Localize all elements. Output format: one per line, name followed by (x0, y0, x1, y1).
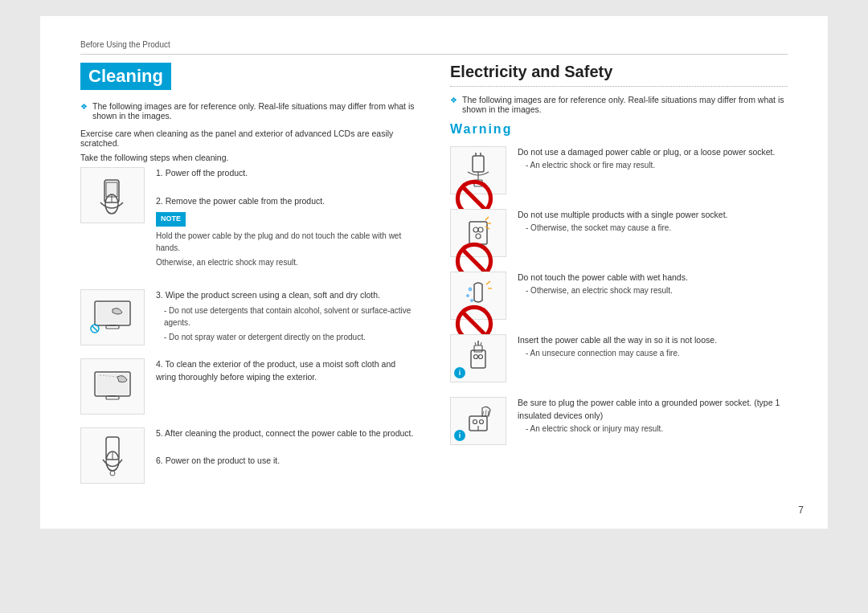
warning-4-text: Insert the power cable all the way in so… (518, 334, 717, 347)
svg-point-34 (469, 288, 472, 291)
breadcrumb: Before Using the Product (80, 40, 788, 55)
warning-5-sub: - An electric shock or injury may result… (518, 423, 788, 435)
step-5-6-image (80, 427, 145, 484)
svg-rect-5 (96, 303, 129, 324)
step6-text: 6. Power on the product to use it. (156, 455, 413, 468)
step2-text: 2. Remove the power cable from the produ… (156, 195, 418, 208)
svg-line-40 (463, 313, 485, 334)
svg-point-26 (473, 227, 478, 232)
warning-4-image: i (450, 334, 506, 382)
warning-1-sub: - An electric shock or fire may result. (518, 159, 775, 171)
svg-line-53 (485, 410, 486, 416)
step-3-image (80, 289, 145, 345)
svg-point-27 (478, 227, 483, 232)
svg-line-9 (92, 326, 97, 331)
electricity-title: Electricity and Safety (450, 63, 788, 87)
step5-text: 5. After cleaning the product, connect t… (156, 427, 413, 440)
svg-line-29 (485, 217, 489, 220)
svg-point-36 (471, 300, 473, 302)
step-5-6-row: 5. After cleaning the product, connect t… (80, 427, 418, 484)
step-4-image (80, 358, 145, 415)
svg-line-37 (486, 281, 490, 284)
step-4-content: 4. To clean the exterior of the product,… (156, 358, 418, 386)
right-reference-note: The following images are for reference o… (450, 95, 788, 114)
warning-5-row: i Be sure to plug the power cable into a… (450, 397, 788, 445)
step-1-2-image (80, 167, 145, 223)
warning-1-image (450, 146, 506, 194)
warning-3-text: Do not touch the power cable with wet ha… (518, 272, 688, 284)
svg-point-50 (480, 420, 484, 424)
svg-point-28 (476, 234, 481, 239)
step-1-2-content: 1. Power off the product. 2. Remove the … (156, 167, 418, 276)
warning-2-text: Do not use multiple products with a sing… (518, 209, 727, 222)
svg-line-33 (463, 250, 485, 272)
svg-line-47 (481, 342, 481, 345)
step3-sub1: - Do not use detergents that contain alc… (156, 304, 418, 329)
warning-1-content: Do not use a damaged power cable or plug… (518, 146, 775, 171)
step3-sub2: - Do not spray water or detergent direct… (156, 331, 418, 343)
right-column: Electricity and Safety The following ima… (450, 63, 788, 497)
warning-3-image (450, 272, 506, 320)
page: Before Using the Product Cleaning The fo… (40, 16, 828, 529)
warning-3-sub: - Otherwise, an electric shock may resul… (518, 284, 688, 296)
left-column: Cleaning The following images are for re… (80, 63, 418, 497)
cleaning-title: Cleaning (80, 63, 171, 90)
warning-2-row: Do not use multiple products with a sing… (450, 209, 788, 257)
page-number: 7 (798, 505, 804, 516)
note-text2: Otherwise, an electric shock may result. (156, 256, 418, 268)
warning-5-content: Be sure to plug the power cable into a g… (518, 397, 788, 435)
warning-5-text: Be sure to plug the power cable into a g… (518, 397, 788, 423)
note-section: NOTE Hold the power cable by the plug an… (156, 212, 418, 268)
svg-rect-41 (471, 350, 485, 368)
left-reference-note: The following images are for reference o… (80, 101, 418, 121)
warning-2-image (450, 209, 506, 257)
step-1-2-row: 1. Power off the product. 2. Remove the … (80, 167, 418, 276)
step3-text: 3. Wipe the product screen using a clean… (156, 289, 418, 302)
step-3-content: 3. Wipe the product screen using a clean… (156, 289, 418, 345)
svg-rect-25 (469, 222, 487, 244)
no-symbol-1 (454, 179, 465, 190)
warning-title: Warning (450, 122, 788, 137)
warning-5-image: i (450, 397, 506, 445)
step-3-row: 3. Wipe the product screen using a clean… (80, 289, 418, 345)
step1-text: 1. Power off the product. (156, 167, 418, 180)
warning-4-content: Insert the power cable all the way in so… (518, 334, 717, 359)
svg-point-43 (479, 355, 483, 359)
svg-point-42 (474, 355, 478, 359)
warning-3-row: Do not touch the power cable with wet ha… (450, 272, 788, 320)
step-4-row: 4. To clean the exterior of the product,… (80, 358, 418, 415)
warning-3-content: Do not touch the power cable with wet ha… (518, 272, 688, 296)
left-intro2: Take the following steps when cleaning. (80, 153, 418, 162)
svg-point-49 (473, 420, 477, 424)
warning-4-row: i Insert the power cable all the way in … (450, 334, 788, 382)
step-5-6-content: 5. After cleaning the product, connect t… (156, 427, 413, 470)
no-symbol-2 (454, 242, 465, 253)
warning-4-sub: - An unsecure connection may cause a fir… (518, 347, 717, 359)
left-intro1: Exercise care when cleaning as the panel… (80, 129, 418, 148)
warning-2-sub: - Otherwise, the socket may cause a fire… (518, 222, 727, 234)
svg-rect-18 (473, 156, 484, 172)
warning-1-row: Do not use a damaged power cable or plug… (450, 146, 788, 194)
blue-dot-5: i (454, 430, 465, 441)
svg-point-35 (467, 295, 469, 297)
svg-rect-44 (474, 345, 482, 352)
svg-line-24 (463, 187, 485, 209)
blue-dot-4: i (454, 367, 465, 378)
step4-text: 4. To clean the exterior of the product,… (156, 358, 418, 384)
no-symbol-3 (454, 304, 465, 316)
warning-2-content: Do not use multiple products with a sing… (518, 209, 727, 234)
note-text1: Hold the power cable by the plug and do … (156, 230, 418, 254)
note-label: NOTE (156, 212, 186, 227)
warning-1-text: Do not use a damaged power cable or plug… (518, 146, 775, 159)
svg-point-17 (110, 471, 115, 476)
svg-line-46 (475, 342, 476, 345)
